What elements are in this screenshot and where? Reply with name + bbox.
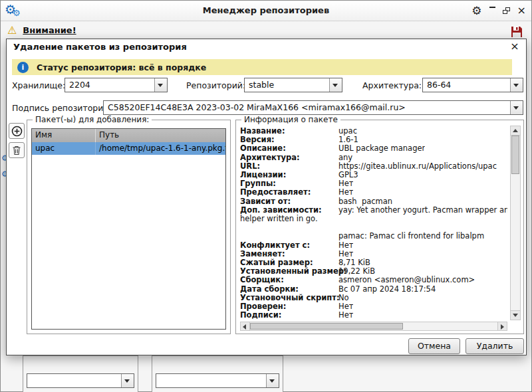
window-title: Менеджер репозиториев	[1, 1, 531, 21]
info-field-label: Архитектура:	[240, 153, 338, 162]
info-field-row: Предоставляет:Нет	[240, 188, 507, 197]
vertical-scrollbar[interactable]	[510, 126, 521, 320]
scroll-right-icon[interactable]	[497, 322, 507, 330]
info-field-value: Нет	[338, 302, 353, 311]
info-spacer	[240, 223, 507, 232]
window-close-button[interactable]: ×	[517, 5, 526, 16]
repository-label: Репозиторий:	[186, 80, 245, 90]
info-field-row: Зависит от:bash pacman	[240, 197, 507, 206]
scrollbar-thumb[interactable]	[250, 323, 403, 330]
dropdown-arrow-icon[interactable]	[510, 78, 523, 92]
architecture-label: Архитектура:	[362, 80, 422, 90]
info-field-label: Предоставляет:	[240, 188, 338, 197]
info-field-row: Название:upac	[240, 127, 507, 136]
info-field-value: No	[338, 294, 349, 302]
info-field-row: pamac: Pamac cli frontend for libalpm	[240, 232, 507, 241]
info-field-label: Зависит от:	[240, 197, 338, 206]
repository-value: stable	[249, 78, 329, 92]
info-field-row: Дата сборки:Вс 07 апр 2024 18:17:54	[240, 285, 507, 294]
dropdown-arrow-icon[interactable]	[154, 78, 167, 92]
dropdown-arrow-icon[interactable]	[329, 78, 342, 92]
info-field-value: Нет	[338, 250, 353, 258]
info-field-value: pamac: Pamac cli frontend for libalpm	[338, 232, 484, 241]
maximize-button[interactable]	[503, 7, 510, 14]
settings-gear-icon[interactable]: ⚙	[471, 4, 481, 17]
add-icon	[11, 126, 23, 137]
scrollbar-thumb[interactable]	[511, 136, 519, 174]
info-field-label: Дата сборки:	[240, 285, 338, 294]
packages-group-title: Пакет(-ы) для добавления:	[33, 115, 152, 124]
package-table-body: upac/home/tmp/upac-1.6-1-any.pkg.t	[32, 142, 225, 155]
info-field-row: Лицензии:GPL3	[240, 171, 507, 179]
info-field-value: Нет	[338, 311, 353, 320]
add-package-button[interactable]	[9, 123, 25, 139]
maximize-icon	[503, 10, 507, 14]
background-groupbox	[152, 355, 283, 392]
info-field-label	[240, 232, 338, 241]
dropdown-arrow-icon[interactable]	[266, 374, 279, 387]
scroll-up-icon[interactable]	[511, 126, 520, 136]
delete-button[interactable]: Удалить	[466, 338, 524, 354]
package-path-cell[interactable]: /home/tmp/upac-1.6-1-any.pkg.t	[96, 142, 225, 155]
storage-label: Хранилище:	[12, 80, 65, 90]
dialog-title: Удаление пакетов из репозитория	[13, 42, 187, 52]
info-field-value: https://gitea.ublinux.ru/Applications/up…	[338, 162, 497, 171]
scroll-left-icon[interactable]	[241, 322, 250, 330]
info-field-label: Описание:	[240, 144, 338, 153]
info-field-value: Нет	[338, 188, 353, 197]
signature-combobox[interactable]: C58520EF14C48E3A 2023-03-02 MiraMaX166 <…	[103, 100, 523, 115]
warning-icon: ⚠	[7, 25, 17, 36]
trash-icon	[11, 145, 22, 155]
horizontal-scrollbar[interactable]	[240, 322, 507, 331]
status-bar: i Статус репозитория: всё в порядке	[12, 59, 512, 75]
warning-bar: ⚠ Внимание!	[1, 21, 531, 39]
info-field-value: GPL3	[338, 171, 358, 179]
info-field-value: any	[338, 153, 352, 162]
architecture-value: 86-64	[427, 78, 509, 92]
status-text: Статус репозитория: всё в порядке	[37, 62, 206, 72]
info-field-value: 1.6-1	[338, 136, 358, 144]
titlebar: ⚙ ⚙ Менеджер репозиториев ⚙ ×	[1, 1, 531, 21]
info-field-row: Подписи:Нет	[240, 311, 507, 320]
dropdown-arrow-icon[interactable]	[121, 374, 134, 387]
scroll-down-icon[interactable]	[511, 310, 520, 320]
info-field-row: Конфликтует с:Нет	[240, 241, 507, 250]
info-field-value: Вс 07 апр 2024 18:17:54	[338, 285, 436, 294]
signature-label: Подпись репозитория:	[12, 103, 111, 113]
dialog-close-button[interactable]: ×	[509, 41, 521, 52]
info-field-value: Нет	[338, 179, 353, 188]
package-name-cell[interactable]: upac	[32, 142, 96, 155]
repository-combobox[interactable]: stable	[244, 78, 342, 92]
info-field-value: yay: Yet another yogurt. Pacman wrapper …	[338, 206, 507, 215]
minimize-button[interactable]	[489, 7, 495, 8]
cancel-button[interactable]: Отмена	[408, 338, 460, 354]
info-field-value: 19,22 KiB	[338, 267, 375, 276]
column-header-path[interactable]: Путь	[96, 129, 225, 142]
table-row[interactable]: upac/home/tmp/upac-1.6-1-any.pkg.t	[32, 142, 225, 155]
info-field-value: bash pacman	[338, 197, 392, 206]
info-field-label: Подписи:	[240, 311, 338, 320]
remove-packages-dialog: Удаление пакетов из репозитория × i Стат…	[6, 39, 527, 355]
packages-groupbox: Пакет(-ы) для добавления: Имя Путь upac/…	[27, 120, 231, 334]
package-table-header[interactable]: Имя Путь	[32, 129, 225, 142]
info-continuation: helper written in go.	[240, 215, 507, 223]
architecture-combobox[interactable]: 86-64	[422, 78, 523, 92]
storage-combobox[interactable]: 2204	[65, 78, 168, 92]
info-field-value: Нет	[338, 241, 353, 250]
column-header-name[interactable]: Имя	[32, 129, 96, 142]
info-field-label: Сборщик:	[240, 276, 338, 284]
remove-package-button[interactable]	[9, 142, 25, 158]
info-field-row: Описание:UBL package manager	[240, 144, 507, 153]
warning-label[interactable]: Внимание!	[23, 25, 76, 35]
info-field-value: UBL package manager	[338, 144, 425, 153]
signature-value: C58520EF14C48E3A 2023-03-02 MiraMaX166 <…	[108, 101, 509, 114]
storage-value: 2204	[69, 78, 154, 92]
info-field-label: Конфликтует с:	[240, 241, 338, 250]
background-combobox[interactable]	[156, 373, 279, 388]
package-table[interactable]: Имя Путь upac/home/tmp/upac-1.6-1-any.pk…	[31, 128, 226, 330]
dropdown-arrow-icon[interactable]	[510, 101, 523, 114]
info-field-value: upac	[338, 127, 357, 136]
package-info-list: Название:upacВерсия:1.6-1Описание:UBL pa…	[240, 127, 507, 320]
info-field-value: asmeron <asmeron@ublinux.com>	[338, 276, 475, 284]
background-combobox[interactable]	[27, 373, 134, 388]
